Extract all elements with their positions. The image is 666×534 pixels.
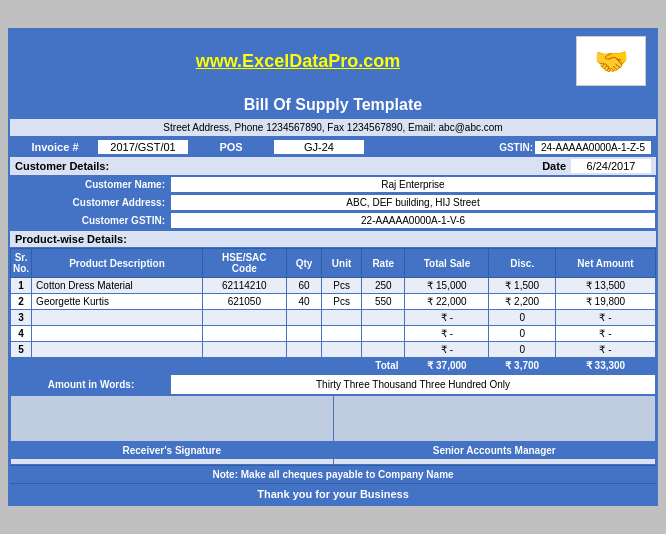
amount-words-row: Amount in Words: Thirty Three Thousand T… bbox=[10, 374, 656, 395]
cell-disc: 0 bbox=[489, 326, 556, 342]
customer-section: Customer Details: Date 6/24/2017 Custome… bbox=[10, 157, 656, 230]
cell-qty: 60 bbox=[286, 278, 321, 294]
logo-icon: 🤝 bbox=[594, 45, 629, 78]
total-sale-value: ₹ 37,000 bbox=[405, 358, 489, 374]
table-row: 4 ₹ - 0 ₹ - bbox=[11, 326, 656, 342]
cell-net: ₹ - bbox=[556, 342, 656, 358]
senior-label: Senior Accounts Manager bbox=[334, 442, 656, 459]
cell-qty bbox=[286, 342, 321, 358]
address-text: Street Address, Phone 1234567890, Fax 12… bbox=[163, 122, 502, 133]
customer-gstin-row: Customer GSTIN: 22-AAAAA0000A-1-V-6 bbox=[10, 212, 656, 230]
header-section: www.ExcelDataPro.com 🤝 bbox=[10, 30, 656, 92]
website-title: www.ExcelDataPro.com bbox=[20, 51, 576, 72]
cell-net: ₹ 19,800 bbox=[556, 294, 656, 310]
cell-unit bbox=[322, 310, 362, 326]
cell-total-sale: ₹ - bbox=[405, 342, 489, 358]
cell-rate: 250 bbox=[361, 278, 405, 294]
cell-unit bbox=[322, 342, 362, 358]
table-row: 5 ₹ - 0 ₹ - bbox=[11, 342, 656, 358]
cell-code: 621050 bbox=[202, 294, 286, 310]
senior-signature-box: Senior Accounts Manager bbox=[334, 396, 656, 464]
col-sr: Sr.No. bbox=[11, 249, 32, 278]
customer-name-label: Customer Name: bbox=[10, 177, 170, 192]
footer-thankyou: Thank you for your Business bbox=[10, 483, 656, 504]
customer-gstin-label: Customer GSTIN: bbox=[10, 213, 170, 228]
customer-name-value: Raj Enterprise bbox=[171, 177, 655, 192]
cell-desc bbox=[32, 310, 203, 326]
product-table: Sr.No. Product Description HSE/SACCode Q… bbox=[10, 248, 656, 374]
customer-address-value: ABC, DEF building, HIJ Street bbox=[171, 195, 655, 210]
col-disc: Disc. bbox=[489, 249, 556, 278]
customer-address-row: Customer Address: ABC, DEF building, HIJ… bbox=[10, 194, 656, 212]
cell-sr: 1 bbox=[11, 278, 32, 294]
col-rate: Rate bbox=[361, 249, 405, 278]
invoice-details-row: Invoice # 2017/GST/01 POS GJ-24 GSTIN: 2… bbox=[10, 137, 656, 157]
table-row: 1 Cotton Dress Material 62114210 60 Pcs … bbox=[11, 278, 656, 294]
table-row: 3 ₹ - 0 ₹ - bbox=[11, 310, 656, 326]
cell-rate: 550 bbox=[361, 294, 405, 310]
cell-total-sale: ₹ - bbox=[405, 326, 489, 342]
customer-name-row: Customer Name: Raj Enterprise bbox=[10, 176, 656, 194]
col-net: Net Amount bbox=[556, 249, 656, 278]
cell-qty bbox=[286, 326, 321, 342]
gstin-value: 24-AAAAA0000A-1-Z-5 bbox=[535, 141, 651, 154]
cell-rate bbox=[361, 342, 405, 358]
col-desc: Product Description bbox=[32, 249, 203, 278]
cell-disc: ₹ 2,200 bbox=[489, 294, 556, 310]
amount-words-label: Amount in Words: bbox=[11, 375, 171, 394]
table-total-row: Total ₹ 37,000 ₹ 3,700 ₹ 33,300 bbox=[11, 358, 656, 374]
cell-sr: 5 bbox=[11, 342, 32, 358]
cell-unit: Pcs bbox=[322, 278, 362, 294]
pos-label: POS bbox=[191, 141, 271, 153]
cell-sr: 3 bbox=[11, 310, 32, 326]
cell-sr: 4 bbox=[11, 326, 32, 342]
table-header-row: Sr.No. Product Description HSE/SACCode Q… bbox=[11, 249, 656, 278]
cell-net: ₹ - bbox=[556, 326, 656, 342]
cell-unit bbox=[322, 326, 362, 342]
customer-gstin-value: 22-AAAAA0000A-1-V-6 bbox=[171, 213, 655, 228]
cell-code bbox=[202, 326, 286, 342]
pos-value: GJ-24 bbox=[274, 140, 364, 154]
date-value: 6/24/2017 bbox=[571, 159, 651, 173]
invoice-container: www.ExcelDataPro.com 🤝 Bill Of Supply Te… bbox=[8, 28, 658, 506]
total-label: Total bbox=[11, 358, 405, 374]
customer-address-label: Customer Address: bbox=[10, 195, 170, 210]
signature-section: Receiver's Signature Senior Accounts Man… bbox=[10, 395, 656, 465]
cell-net: ₹ 13,500 bbox=[556, 278, 656, 294]
col-code: HSE/SACCode bbox=[202, 249, 286, 278]
amount-words-value: Thirty Three Thousand Three Hundred Only bbox=[171, 375, 655, 394]
total-disc-value: ₹ 3,700 bbox=[489, 358, 556, 374]
cell-total-sale: ₹ - bbox=[405, 310, 489, 326]
cell-disc: 0 bbox=[489, 342, 556, 358]
date-label: Date bbox=[542, 160, 566, 172]
customer-details-label: Customer Details: bbox=[15, 160, 542, 172]
cell-desc bbox=[32, 326, 203, 342]
cell-qty bbox=[286, 310, 321, 326]
total-net-value: ₹ 33,300 bbox=[556, 358, 656, 374]
cell-unit: Pcs bbox=[322, 294, 362, 310]
col-total-sale: Total Sale bbox=[405, 249, 489, 278]
website-link[interactable]: www.ExcelDataPro.com bbox=[196, 51, 400, 71]
cell-disc: ₹ 1,500 bbox=[489, 278, 556, 294]
cell-desc: Cotton Dress Material bbox=[32, 278, 203, 294]
footer-note: Note: Make all cheques payable to Compan… bbox=[10, 465, 656, 483]
col-unit: Unit bbox=[322, 249, 362, 278]
invoice-number: 2017/GST/01 bbox=[98, 140, 188, 154]
cell-code bbox=[202, 310, 286, 326]
cell-total-sale: ₹ 15,000 bbox=[405, 278, 489, 294]
cell-disc: 0 bbox=[489, 310, 556, 326]
invoice-label: Invoice # bbox=[15, 141, 95, 153]
gstin-label: GSTIN: bbox=[499, 142, 533, 153]
address-row: Street Address, Phone 1234567890, Fax 12… bbox=[10, 118, 656, 137]
cell-desc: Georgette Kurtis bbox=[32, 294, 203, 310]
cell-code bbox=[202, 342, 286, 358]
receiver-signature-box: Receiver's Signature bbox=[11, 396, 334, 464]
customer-header-row: Customer Details: Date 6/24/2017 bbox=[10, 157, 656, 176]
table-row: 2 Georgette Kurtis 621050 40 Pcs 550 ₹ 2… bbox=[11, 294, 656, 310]
cell-code: 62114210 bbox=[202, 278, 286, 294]
col-qty: Qty bbox=[286, 249, 321, 278]
bill-title: Bill Of Supply Template bbox=[244, 96, 422, 113]
product-section-label: Product-wise Details: bbox=[10, 230, 656, 248]
bill-title-row: Bill Of Supply Template bbox=[10, 92, 656, 118]
receiver-label: Receiver's Signature bbox=[11, 442, 333, 459]
